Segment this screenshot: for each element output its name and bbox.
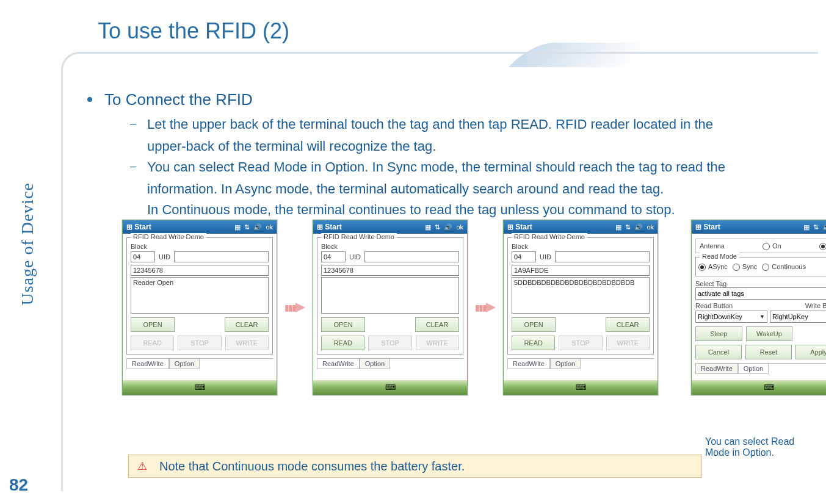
note-text: Note that Continuous mode consumes the b… [159, 459, 465, 473]
bullet-heading: To Connect the RFID [104, 90, 253, 109]
app-body: RFID Read Write Demo Block UID Reader Op… [123, 234, 277, 380]
sync-label: Sync [742, 263, 757, 270]
uid-input[interactable] [555, 251, 650, 262]
ok-button[interactable]: ok [456, 223, 463, 231]
sip-bar[interactable]: ⌨ [313, 380, 467, 395]
uid-label: UID [349, 253, 361, 261]
readkey-dropdown[interactable]: RightDownKey▼ [695, 311, 767, 323]
tray-icon: ▦ [803, 223, 810, 231]
warning-note: ⚠ Note that Continuous mode consumes the… [128, 455, 702, 478]
data-input[interactable] [512, 265, 650, 276]
write-button: WRITE [416, 336, 459, 350]
block-input[interactable] [131, 251, 155, 262]
wakeup-button[interactable]: WakeUp [746, 326, 793, 341]
tray: ▦⇅🔊ok [234, 223, 273, 231]
keyboard-icon: ⌨ [385, 383, 396, 392]
uid-input[interactable] [364, 251, 459, 262]
data-input[interactable] [321, 265, 459, 276]
tab-readwrite[interactable]: ReadWrite [507, 359, 550, 369]
frame-legend: RFID Read Write Demo [131, 233, 206, 240]
network-icon: ⇅ [625, 223, 631, 231]
open-button[interactable]: OPEN [512, 317, 556, 332]
cancel-button[interactable]: Cancel [695, 345, 742, 359]
readmode-legend: Read Mode [700, 253, 739, 260]
device-screenshot-option: ⊞ Start ▦⇅🔊ok Antenna On Off Read Mode A… [691, 220, 826, 395]
sip-bar[interactable]: ⌨ [504, 380, 658, 395]
sip-bar[interactable]: ⌨ [692, 380, 826, 395]
tab-option[interactable]: Option [550, 359, 581, 369]
start-button[interactable]: ⊞ Start [507, 223, 532, 231]
status-textarea[interactable] [321, 277, 459, 314]
clear-button[interactable]: CLEAR [606, 317, 650, 332]
writekey-dropdown[interactable]: RightUpKey▼ [770, 311, 826, 323]
sound-icon: 🔊 [634, 223, 643, 231]
bullet-dash-icon: – [130, 114, 136, 132]
status-textarea[interactable]: 5DDBDBDBDBDBDBDBDBDBDBDBDB [512, 277, 650, 314]
tab-option[interactable]: Option [360, 359, 390, 369]
open-button[interactable]: OPEN [321, 317, 365, 332]
tray-icon: ▦ [615, 223, 621, 231]
page-title: To use the RFID (2) [98, 18, 289, 44]
screenshots-row: ⊞ Start ▦⇅🔊ok RFID Read Write Demo Block… [122, 220, 826, 395]
clear-button[interactable]: CLEAR [415, 317, 459, 332]
tray-icon: ▦ [234, 223, 241, 231]
read-button[interactable]: READ [321, 336, 364, 350]
tab-bar: ReadWrite Option [695, 363, 826, 374]
sip-bar[interactable]: ⌨ [123, 380, 277, 395]
reset-button[interactable]: Reset [745, 345, 792, 359]
sleep-button[interactable]: Sleep [695, 326, 742, 341]
sound-icon: 🔊 [822, 223, 826, 231]
app-body: RFID Read Write Demo Block UID 5DDBDBDBD… [504, 234, 658, 380]
tab-readwrite[interactable]: ReadWrite [317, 359, 360, 369]
open-button[interactable]: OPEN [131, 317, 175, 332]
tray: ▦⇅🔊ok [615, 223, 654, 231]
tab-bar: ReadWrite Option [317, 358, 463, 369]
tab-readwrite[interactable]: ReadWrite [126, 359, 169, 369]
status-textarea[interactable]: Reader Open [131, 277, 269, 314]
keyboard-icon: ⌨ [576, 383, 586, 392]
tab-readwrite[interactable]: ReadWrite [695, 364, 738, 374]
windows-icon: ⊞ [317, 223, 323, 231]
start-label: Start [703, 223, 720, 231]
on-label: On [772, 242, 781, 250]
sound-icon: 🔊 [253, 223, 262, 231]
uid-input[interactable] [174, 251, 269, 262]
warning-icon: ⚠ [137, 459, 147, 473]
app-body: RFID Read Write Demo Block UID OPEN CLEA… [313, 234, 467, 380]
apply-button[interactable]: Apply [795, 345, 826, 359]
ok-button[interactable]: ok [266, 223, 273, 231]
taskbar: ⊞ Start ▦⇅🔊ok [313, 220, 467, 234]
start-button[interactable]: ⊞ Start [317, 223, 342, 231]
ok-button[interactable]: ok [647, 223, 654, 231]
uid-label: UID [159, 253, 170, 261]
selecttag-dropdown[interactable]: activate all tags▼ [695, 287, 826, 300]
stop-button: STOP [178, 336, 221, 350]
block-label: Block [131, 243, 269, 250]
frame-legend: RFID Read Write Demo [321, 233, 397, 240]
block-input[interactable] [512, 251, 536, 262]
uid-label: UID [540, 253, 551, 261]
antenna-on-radio[interactable]: On [763, 242, 781, 250]
bullet-level-2: – You can select Read Mode in Option. In… [130, 157, 812, 178]
device-screenshot-2: ⊞ Start ▦⇅🔊ok RFID Read Write Demo Block… [313, 220, 468, 395]
async-label: ASync [708, 263, 728, 270]
async-radio[interactable]: ASync [698, 262, 728, 271]
start-button[interactable]: ⊞ Start [695, 223, 720, 231]
start-button[interactable]: ⊞ Start [126, 223, 151, 231]
antenna-off-radio[interactable]: Off [819, 242, 826, 250]
read-button: READ [131, 336, 174, 350]
continuous-radio[interactable]: Continuous [762, 262, 806, 271]
clear-button[interactable]: CLEAR [225, 317, 269, 332]
readbutton-label: Read Button [695, 302, 733, 309]
tab-option[interactable]: Option [169, 359, 200, 369]
data-input[interactable] [131, 265, 269, 276]
taskbar: ⊞ Start ▦⇅🔊ok [692, 220, 826, 234]
read-button[interactable]: READ [512, 336, 555, 350]
sync-radio[interactable]: Sync [733, 262, 757, 271]
section-tab: Usage of Device [3, 159, 52, 329]
tab-option[interactable]: Option [738, 364, 769, 374]
bullet-level-2: – Let the upper back of the terminal tou… [130, 114, 812, 135]
block-input[interactable] [321, 251, 346, 262]
readmode-frame: Read Mode ASync Sync Continuous [695, 257, 826, 276]
start-label: Start [134, 223, 151, 231]
